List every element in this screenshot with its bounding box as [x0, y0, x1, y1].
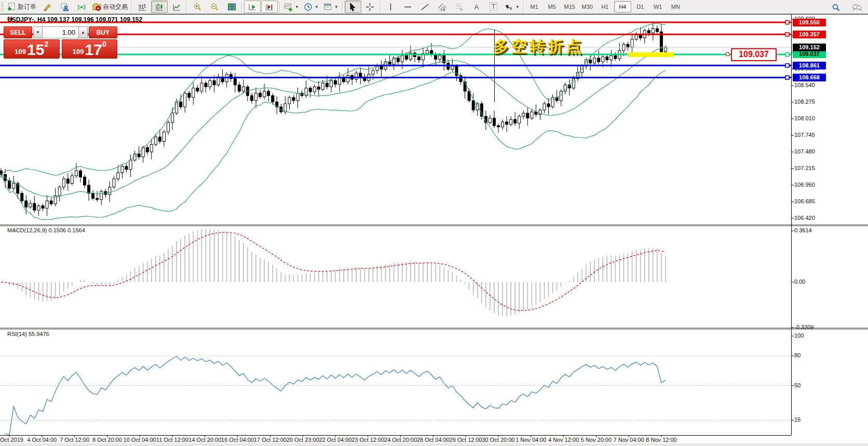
- search-icon: [832, 3, 840, 12]
- clock-icon: [304, 3, 313, 11]
- auto-scroll-button[interactable]: [244, 1, 261, 13]
- buy-price-display[interactable]: 109 17 0: [62, 39, 118, 59]
- volume-spinner: ▼ 1.00 ▲: [33, 26, 88, 38]
- chart-symbol-title: USDJPY-, H4 109.137 109.196 109.071 109.…: [7, 16, 142, 23]
- new-order-button[interactable]: 新订单: [5, 1, 38, 13]
- chart-shift-icon: [265, 3, 274, 11]
- timeframe-mn-button[interactable]: MN: [667, 1, 684, 12]
- label-tool-label: T: [490, 3, 497, 11]
- crosshair-icon: [365, 3, 374, 11]
- bar-chart-button[interactable]: [134, 1, 151, 13]
- periods-button[interactable]: ▼: [302, 1, 321, 13]
- sell-price-sup: 2: [44, 41, 48, 47]
- new-order-label: 新订单: [18, 3, 36, 11]
- main-toolbar: 新订单 自动交易 ▼ ▼: [0, 0, 868, 14]
- line-chart-button[interactable]: [168, 1, 185, 13]
- cursor-icon: [348, 3, 357, 11]
- timeframe-m30-button[interactable]: M30: [579, 1, 596, 12]
- buy-button[interactable]: BUY: [89, 26, 117, 38]
- buy-price-small: 109: [73, 47, 84, 57]
- annotation-text[interactable]: 多空转折点: [493, 36, 584, 58]
- candle-chart-icon: [155, 3, 164, 11]
- sell-price-small: 109: [15, 47, 26, 57]
- new-order-icon: [7, 3, 16, 11]
- toolbar-separator: [380, 2, 381, 12]
- periods-caret: ▼: [315, 5, 319, 9]
- auto-trading-label: 自动交易: [103, 3, 128, 11]
- indicators-caret: ▼: [295, 5, 299, 9]
- timeframe-m15-button[interactable]: M15: [561, 1, 578, 12]
- price-callout[interactable]: 109.037: [731, 48, 777, 61]
- timeframe-h4-button[interactable]: H4: [614, 1, 631, 12]
- templates-caret: ▼: [334, 5, 338, 9]
- toolbar-separator: [523, 2, 524, 12]
- signal-icon: [77, 3, 86, 11]
- channel-tool-button[interactable]: E: [434, 1, 451, 13]
- sell-price-display[interactable]: 109 15 2: [4, 39, 60, 59]
- templates-icon: [323, 3, 332, 11]
- search-button[interactable]: [828, 1, 844, 13]
- macd-label: MACD(12,26,9) 0.1506 0.1564: [7, 227, 85, 233]
- chat-button[interactable]: [848, 1, 865, 13]
- tile-windows-icon: [227, 3, 236, 11]
- highlighter-icon: [43, 3, 52, 11]
- equidistant-channel-icon: E: [438, 3, 446, 11]
- toolbar-separator: [131, 2, 132, 12]
- toolbar-separator: [342, 2, 343, 12]
- timeframe-m5-button[interactable]: M5: [544, 1, 561, 12]
- fibonacci-icon: F: [455, 3, 464, 11]
- toolbar-drag-handle[interactable]: [1, 2, 4, 11]
- toolbar-separator: [241, 2, 242, 12]
- zoom-out-icon: [210, 3, 219, 11]
- vertical-line-icon: [386, 3, 395, 11]
- price-callout-anchor[interactable]: [726, 52, 729, 56]
- volume-down-button[interactable]: ▼: [33, 26, 43, 38]
- chart-plot[interactable]: [0, 15, 868, 446]
- horizontal-line-tool-button[interactable]: [400, 1, 416, 13]
- signal-button[interactable]: [73, 1, 90, 13]
- volume-up-button[interactable]: ▲: [78, 26, 88, 38]
- cursor-tool-button[interactable]: [345, 1, 361, 13]
- rsi-label: RSI(14) 55.9476: [7, 331, 49, 337]
- chart-title-icon: [7, 16, 13, 22]
- zoom-in-button[interactable]: [189, 1, 206, 13]
- chart-title-text: USDJPY-, H4 109.137 109.196 109.071 109.…: [7, 16, 142, 23]
- bar-chart-icon: [138, 3, 147, 11]
- toolbar-separator: [279, 2, 280, 12]
- label-tool-button[interactable]: T: [485, 1, 502, 13]
- templates-button[interactable]: ▼: [321, 1, 341, 13]
- profile-button[interactable]: [56, 1, 73, 13]
- line-chart-icon: [172, 3, 181, 11]
- tile-windows-button[interactable]: [223, 1, 240, 13]
- one-click-trading-panel: SELL ▼ 1.00 ▲ BUY 109 15 2 109 17 0: [4, 26, 117, 59]
- auto-trading-icon: [92, 3, 101, 11]
- arrows-tool-button[interactable]: ▼: [503, 1, 522, 13]
- indicators-icon: [284, 3, 293, 11]
- sell-button[interactable]: SELL: [4, 26, 32, 38]
- trendline-tool-button[interactable]: [417, 1, 433, 13]
- zoom-out-button[interactable]: [206, 1, 223, 13]
- chat-icon: [852, 3, 862, 12]
- timeframe-w1-button[interactable]: W1: [649, 1, 667, 12]
- timeframe-h1-button[interactable]: H1: [596, 1, 614, 12]
- toolbar-separator: [186, 2, 187, 12]
- text-tool-button[interactable]: A: [468, 1, 485, 13]
- svg-text:E: E: [443, 8, 445, 11]
- indicators-button[interactable]: ▼: [282, 1, 301, 13]
- timeframe-m1-button[interactable]: M1: [526, 1, 543, 12]
- buy-price-sup: 0: [102, 41, 106, 47]
- highlighter-button[interactable]: [39, 1, 56, 13]
- vertical-line-tool-button[interactable]: [383, 1, 399, 13]
- chart-window: USDJPY-, H4 109.137 109.196 109.071 109.…: [0, 13, 868, 446]
- highlight-bar[interactable]: [628, 52, 674, 57]
- text-tool-label: A: [474, 3, 479, 11]
- auto-trading-button[interactable]: 自动交易: [90, 1, 130, 13]
- fibonacci-tool-button[interactable]: F: [451, 1, 468, 13]
- arrows-icon: [505, 3, 513, 11]
- chart-shift-button[interactable]: [261, 1, 278, 13]
- volume-input[interactable]: 1.00: [43, 26, 78, 38]
- svg-text:F: F: [460, 8, 463, 11]
- crosshair-tool-button[interactable]: [362, 1, 378, 13]
- candle-chart-button[interactable]: [151, 1, 168, 13]
- timeframe-d1-button[interactable]: D1: [632, 1, 649, 12]
